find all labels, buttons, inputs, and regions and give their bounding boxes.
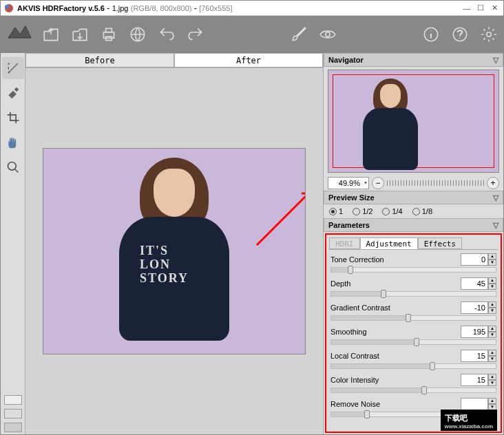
zoom-tool[interactable] — [2, 156, 24, 178]
save-icon[interactable] — [70, 24, 90, 45]
param-label: Local Contrast — [330, 352, 461, 360]
spin-down-icon[interactable]: ▼ — [488, 308, 496, 314]
spin-up-icon[interactable]: ▲ — [488, 374, 496, 380]
window-title: AKVIS HDRFactory v.5.6 - 1.jpg (RGB/8, 8… — [17, 3, 461, 13]
param-slider[interactable] — [330, 388, 496, 393]
param-tab-hdri[interactable]: HDRI — [329, 237, 360, 249]
param-label: Gradient Contrast — [330, 304, 461, 312]
param-value[interactable]: 15 — [461, 374, 488, 386]
canvas-area[interactable]: IT'S LON STORY — [25, 68, 323, 434]
spin-up-icon[interactable]: ▲ — [488, 398, 496, 404]
swatch-2[interactable] — [4, 409, 22, 418]
param-value[interactable]: -10 — [461, 301, 488, 314]
settings-icon[interactable] — [479, 24, 499, 45]
spin-down-icon[interactable]: ▼ — [488, 284, 496, 290]
param-slider[interactable] — [330, 267, 496, 273]
spin-up-icon[interactable]: ▲ — [488, 326, 496, 332]
spin-up-icon[interactable]: ▲ — [488, 253, 496, 259]
spin-down-icon[interactable]: ▼ — [488, 356, 496, 362]
svg-rect-2 — [103, 32, 114, 39]
minimize-button[interactable]: — — [461, 3, 473, 14]
eye-icon[interactable] — [317, 24, 338, 45]
open-icon[interactable] — [41, 24, 61, 45]
param-label: Color Intensity — [330, 376, 461, 384]
zoom-out-button[interactable]: − — [372, 177, 384, 189]
titlebar: AKVIS HDRFactory v.5.6 - 1.jpg (RGB/8, 8… — [1, 1, 503, 16]
svg-rect-3 — [106, 28, 112, 32]
app-icon — [3, 3, 14, 14]
param-label: Remove Noise — [330, 400, 461, 408]
spin-down-icon[interactable]: ▼ — [488, 380, 496, 386]
navigator-preview[interactable] — [328, 70, 499, 173]
param-row: Local Contrast15▲▼ — [330, 349, 496, 369]
param-value[interactable]: 15 — [461, 350, 488, 362]
preview-radio-1-8[interactable]: 1/8 — [412, 207, 432, 215]
param-label: Tone Correction — [330, 255, 461, 264]
redo-icon[interactable] — [185, 24, 206, 45]
info-icon[interactable] — [421, 24, 441, 45]
navigator-header[interactable]: Navigator▽ — [324, 53, 503, 67]
undo-icon[interactable] — [156, 24, 177, 45]
share-icon[interactable] — [127, 24, 148, 45]
parameters-panel: HDRIAdjustmentEffects Tone Correction0▲▼… — [325, 233, 502, 433]
spin-up-icon[interactable]: ▲ — [488, 350, 496, 356]
spin-up-icon[interactable]: ▲ — [488, 277, 496, 284]
param-tab-adjustment[interactable]: Adjustment — [360, 237, 418, 249]
preview-radio-1-4[interactable]: 1/4 — [382, 207, 402, 215]
param-tab-effects[interactable]: Effects — [418, 237, 462, 249]
preview-radio-1[interactable]: 1 — [329, 207, 343, 215]
param-row: Gradient Contrast-10▲▼ — [330, 301, 496, 321]
right-panel: Navigator▽ 49.9% − + Preview Size▽ 11/21… — [323, 53, 503, 434]
zoom-in-button[interactable]: + — [487, 177, 499, 189]
maximize-button[interactable]: ☐ — [474, 3, 487, 14]
spin-down-icon[interactable]: ▼ — [488, 259, 496, 266]
svg-point-10 — [8, 162, 17, 171]
param-label: Smoothing — [330, 328, 461, 336]
main-image: IT'S LON STORY — [43, 148, 306, 354]
param-row: Tone Correction0▲▼ — [330, 253, 496, 273]
param-slider[interactable] — [330, 339, 496, 345]
param-value[interactable] — [461, 398, 488, 410]
param-slider[interactable] — [330, 291, 496, 297]
zoom-field[interactable]: 49.9% — [328, 177, 369, 189]
param-value[interactable]: 195 — [461, 326, 488, 338]
eraser-tool[interactable] — [2, 82, 24, 104]
svg-point-6 — [326, 32, 330, 37]
svg-point-9 — [487, 32, 492, 37]
watermark: 下载吧www.xiazaiba.com — [441, 410, 497, 431]
param-row: Smoothing195▲▼ — [330, 325, 496, 345]
param-label: Depth — [330, 279, 461, 288]
print-icon[interactable] — [98, 24, 119, 45]
preview-radio-1-2[interactable]: 1/2 — [353, 207, 372, 215]
param-slider[interactable] — [330, 315, 496, 321]
left-toolbar — [1, 53, 25, 434]
quick-select-tool[interactable] — [2, 57, 24, 79]
swatch-3[interactable] — [4, 423, 22, 432]
param-slider[interactable] — [330, 363, 496, 369]
tab-before[interactable]: Before — [25, 53, 174, 67]
brush-icon[interactable] — [288, 24, 309, 45]
logo-icon — [5, 21, 32, 48]
swatch-1[interactable] — [4, 395, 22, 405]
parameters-header[interactable]: Parameters▽ — [324, 218, 503, 232]
preview-size-header[interactable]: Preview Size▽ — [324, 191, 503, 204]
crop-tool[interactable] — [2, 107, 24, 129]
preview-size-options: 11/21/41/8 — [324, 204, 503, 218]
hand-tool[interactable] — [2, 131, 24, 153]
zoom-slider[interactable] — [387, 180, 484, 187]
svg-point-1 — [5, 5, 9, 9]
help-icon[interactable] — [450, 24, 470, 45]
before-after-tabs: Before After — [25, 53, 323, 68]
param-value[interactable]: 45 — [461, 277, 488, 290]
main-toolbar — [1, 16, 503, 53]
tab-after[interactable]: After — [174, 53, 323, 67]
spin-down-icon[interactable]: ▼ — [488, 332, 496, 338]
spin-up-icon[interactable]: ▲ — [488, 301, 496, 308]
param-row: Color Intensity15▲▼ — [330, 373, 496, 393]
param-row: Depth45▲▼ — [330, 277, 496, 297]
close-button[interactable]: ✕ — [488, 3, 501, 14]
param-value[interactable]: 0 — [461, 253, 488, 266]
